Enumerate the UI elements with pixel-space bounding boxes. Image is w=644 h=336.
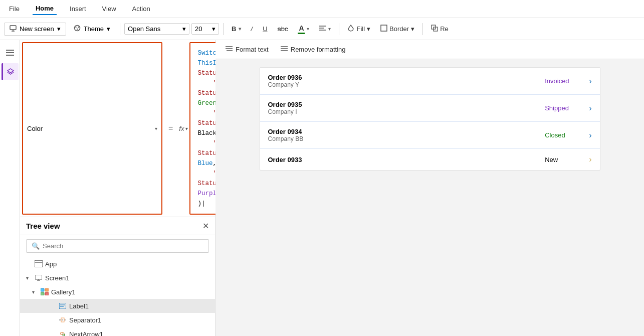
tree-item-app-label: App: [45, 260, 57, 268]
separator1-icon: [58, 315, 67, 324]
menu-view[interactable]: View: [99, 3, 119, 15]
order-status-0935: Shipped: [545, 104, 585, 112]
svg-point-31: [61, 332, 63, 335]
chevron-right-0934: ›: [589, 131, 591, 140]
screen1-caret: ▾: [26, 275, 31, 281]
tree-item-app[interactable]: App: [20, 257, 215, 271]
font-size-selector[interactable]: 20 ▾: [191, 23, 219, 35]
nextarrow1-icon: [58, 329, 67, 336]
menu-insert[interactable]: Insert: [67, 3, 89, 15]
remove-formatting-icon: [281, 45, 288, 54]
order-company-0935: Company I: [268, 108, 541, 115]
font-color-button[interactable]: A ▾: [294, 22, 313, 36]
svg-rect-25: [45, 292, 49, 295]
svg-point-5: [78, 27, 79, 28]
fx-chevron[interactable]: ▾: [185, 126, 187, 131]
underline-label: U: [263, 25, 267, 33]
fill-button[interactable]: Fill ▾: [343, 23, 374, 35]
bold-button[interactable]: B ▾: [228, 23, 245, 35]
chevron-right-0935: ›: [589, 104, 591, 113]
svg-rect-26: [59, 303, 66, 309]
tree-item-separator1[interactable]: Separator1: [20, 313, 215, 327]
order-company-0934: Company BB: [268, 135, 541, 142]
theme-button[interactable]: Theme ▾: [68, 22, 116, 36]
border-button[interactable]: Border ▾: [376, 23, 418, 35]
tree-item-label1-label: Label1: [69, 302, 89, 310]
fx-label: fx: [179, 125, 184, 132]
fx-container: fx ▾: [177, 40, 189, 217]
strikethrough-label: abc: [278, 25, 288, 33]
toolbar-divider-4: [422, 23, 423, 35]
order-info-0933: Order 0933: [268, 156, 541, 163]
preview-card: Order 0936 Company Y Invoiced › Order 09…: [260, 67, 600, 171]
property-chevron: ▾: [155, 126, 157, 131]
order-row-0935[interactable]: Order 0935 Company I Shipped ›: [260, 95, 600, 122]
search-box[interactable]: 🔍: [26, 239, 209, 253]
underline-button[interactable]: U: [259, 23, 271, 35]
svg-rect-23: [45, 288, 49, 291]
label1-icon: [58, 301, 67, 310]
theme-label: Theme: [84, 25, 104, 33]
svg-point-3: [74, 26, 80, 31]
svg-point-6: [76, 29, 77, 30]
svg-rect-22: [41, 288, 44, 291]
svg-rect-17: [35, 260, 43, 267]
tree-item-screen1[interactable]: ▾ Screen1: [20, 271, 215, 285]
search-input[interactable]: [43, 242, 203, 250]
menu-file[interactable]: File: [6, 3, 23, 15]
layers-button[interactable]: [2, 63, 19, 80]
svg-point-32: [63, 334, 65, 336]
font-color-chevron: ▾: [307, 26, 309, 32]
reorder-button[interactable]: Re: [427, 23, 453, 35]
gallery1-caret: ▾: [32, 289, 37, 295]
fill-icon: [347, 25, 354, 33]
toolbar: New screen ▾ Theme ▾ Open Sans ▾ 20 ▾ B …: [0, 18, 644, 40]
property-selector[interactable]: Color ▾: [22, 42, 162, 215]
menu-action[interactable]: Action: [129, 3, 153, 15]
font-selector[interactable]: Open Sans ▾: [124, 23, 189, 35]
border-label: Border: [389, 25, 409, 33]
menu-home[interactable]: Home: [33, 3, 57, 15]
toolbar-divider-1: [120, 23, 120, 35]
font-name: Open Sans: [128, 25, 160, 33]
remove-formatting-button[interactable]: Remove formatting: [277, 43, 350, 56]
bold-chevron: ▾: [239, 26, 241, 32]
order-status-0936: Invoiced: [545, 77, 585, 85]
order-status-0934: Closed: [545, 131, 585, 139]
tree-close-button[interactable]: ✕: [202, 221, 209, 231]
italic-button[interactable]: /: [247, 23, 257, 35]
reorder-label: Re: [440, 25, 449, 33]
order-number-0936: Order 0936: [268, 74, 541, 81]
tree-formula-area: Color ▾ = fx ▾ Switch( ThisItem.'Order S…: [20, 40, 215, 217]
font-size-value: 20: [195, 25, 202, 33]
align-button[interactable]: ▾: [315, 23, 335, 35]
tree-view-label: Tree view: [26, 222, 60, 230]
preview-area: Order 0936 Company Y Invoiced › Order 09…: [216, 59, 644, 336]
order-row-0933[interactable]: Order 0933 New ›: [260, 149, 600, 170]
svg-rect-19: [35, 275, 42, 279]
new-screen-label: New screen: [20, 25, 54, 33]
tree-item-nextarrow1-label: NextArrow1: [69, 330, 103, 337]
font-color-indicator: [298, 33, 305, 34]
tree-panel: Color ▾ = fx ▾ Switch( ThisItem.'Order S…: [20, 40, 216, 336]
strikethrough-button[interactable]: abc: [274, 23, 292, 35]
font-chevron: ▾: [182, 25, 186, 33]
order-status-0933: New: [545, 156, 585, 163]
format-text-button[interactable]: Format text: [222, 43, 273, 56]
order-number-0935: Order 0935: [268, 101, 541, 108]
gallery1-icon: [40, 287, 49, 296]
order-row-0936[interactable]: Order 0936 Company Y Invoiced ›: [260, 68, 600, 95]
new-screen-button[interactable]: New screen ▾: [4, 23, 66, 36]
order-row-0934[interactable]: Order 0934 Company BB Closed ›: [260, 122, 600, 149]
svg-rect-10: [381, 25, 387, 31]
tree-item-nextarrow1[interactable]: NextArrow1: [20, 327, 215, 336]
tree-items: App ▾ Screen1 ▾ Gallery1: [20, 257, 215, 336]
formatting-bar: Format text Remove formatting: [216, 40, 644, 59]
svg-rect-0: [10, 26, 16, 30]
reorder-icon: [431, 25, 438, 33]
hamburger-button[interactable]: [2, 44, 19, 61]
tree-item-label1[interactable]: Label1: [20, 299, 215, 313]
order-number-0933: Order 0933: [268, 156, 541, 163]
tree-item-gallery1[interactable]: ▾ Gallery1: [20, 285, 215, 299]
svg-rect-24: [41, 292, 44, 295]
